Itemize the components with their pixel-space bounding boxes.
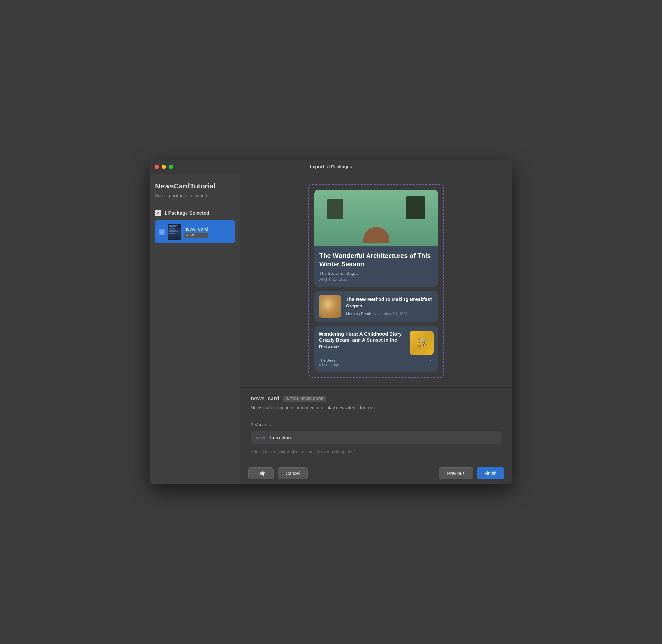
bee-icon: 🐝 (416, 338, 427, 348)
footer: Help Cancel Previous Finish (240, 462, 512, 484)
sidebar-divider (155, 205, 235, 205)
side-date: November 10, 2021 (373, 312, 408, 316)
hero-title: The Wonderful Architectures of This Wint… (320, 252, 433, 268)
window-shutters-left (327, 200, 343, 219)
package-badge: NEW (184, 233, 208, 238)
right-source: The Bees (319, 358, 339, 363)
main-window: Import UI Packages NewsCardTutorial Sele… (150, 160, 512, 484)
sidebar-subtitle: Select packages to import (155, 193, 235, 198)
main-layout: NewsCardTutorial Select packages to impo… (150, 174, 512, 484)
news-card-right: Wondering Hour: A Childhood Story, Grizz… (314, 326, 438, 372)
project-name: NewsCardTutorial (155, 182, 235, 190)
details-badge: INITIAL NEWS CARD (283, 396, 327, 401)
details-panel: news_card INITIAL NEWS CARD News card co… (240, 387, 512, 462)
help-button[interactable]: Help (248, 467, 274, 479)
package-info: news_card NEW (184, 226, 208, 238)
variant-row: view: hero-item (251, 431, 502, 444)
package-selected-row: 1 Package Selected (155, 210, 235, 216)
traffic-lights (155, 165, 173, 169)
minimize-button[interactable] (162, 165, 166, 169)
details-note: Adding this to your project will modify … (251, 450, 502, 454)
preview-area: The Wonderful Architectures of This Wint… (240, 174, 512, 387)
side-image (319, 295, 341, 318)
thumb-bar-5 (169, 231, 178, 232)
side-source: Morning Break (346, 312, 371, 316)
previous-button[interactable]: Previous (439, 467, 473, 479)
window-title: Import UI Packages (310, 164, 352, 169)
right-card-bottom: The Bees 4 hours ago ⋮ (319, 358, 434, 367)
hero-source: The Seasonal Sagas (320, 271, 433, 276)
package-thumbnail (168, 224, 181, 240)
right-card-top: Wondering Hour: A Childhood Story, Grizz… (319, 331, 434, 355)
close-button[interactable] (155, 165, 159, 169)
news-card-hero: The Wonderful Architectures of This Wint… (314, 190, 438, 287)
details-name: news_card (251, 395, 279, 402)
right-title: Wondering Hour: A Childhood Story, Grizz… (319, 331, 405, 350)
thumb-bar-1 (169, 225, 178, 226)
window-shutters-right (406, 196, 425, 219)
right-bottom-left: The Bees 4 hours ago (319, 358, 339, 367)
variants-label: 3 Variants (251, 422, 502, 428)
sidebar: NewsCardTutorial Select packages to impo… (150, 174, 240, 484)
side-image-crepe (319, 295, 341, 318)
thumb-bar-2 (169, 226, 176, 227)
package-thumbnail-inner (168, 224, 181, 240)
right-content: Wondering Hour: A Childhood Story, Grizz… (319, 331, 405, 355)
news-card-side: The New Method to Making Breakfast Crepe… (314, 291, 438, 322)
thumb-bar-6 (169, 233, 175, 234)
titlebar: Import UI Packages (150, 160, 512, 174)
details-divider (251, 417, 502, 417)
package-name: news_card (184, 226, 208, 231)
cancel-button[interactable]: Cancel (278, 467, 308, 479)
package-count-checkbox[interactable] (155, 210, 161, 216)
variant-key: view: (256, 435, 266, 440)
maximize-button[interactable] (169, 165, 173, 169)
details-description: News card component intended to display … (251, 405, 502, 410)
hero-content: The Wonderful Architectures of This Wint… (314, 246, 438, 287)
thumb-bar-3 (169, 228, 175, 229)
details-header: news_card INITIAL NEWS CARD (251, 395, 502, 402)
finish-button[interactable]: Finish (477, 467, 504, 479)
side-content: The New Method to Making Breakfast Crepe… (346, 296, 434, 317)
right-time: 4 hours ago (319, 363, 339, 367)
variant-value: hero-item (270, 435, 291, 440)
right-image: 🐝 (409, 331, 434, 355)
footer-left: Help Cancel (248, 467, 308, 479)
hero-date: August 25, 2021 (320, 277, 433, 282)
side-title: The New Method to Making Breakfast Crepe… (346, 296, 434, 309)
package-checkbox[interactable] (159, 229, 165, 235)
preview-frame: The Wonderful Architectures of This Wint… (308, 184, 444, 377)
thumb-bar-4 (169, 230, 176, 231)
footer-right: Previous Finish (439, 467, 504, 479)
package-item-news-card[interactable]: news_card NEW (155, 221, 235, 243)
content-area: The Wonderful Architectures of This Wint… (240, 174, 512, 484)
hero-image (314, 190, 438, 246)
more-dots-icon[interactable]: ⋮ (428, 359, 434, 366)
package-count-label: 1 Package Selected (164, 210, 209, 216)
